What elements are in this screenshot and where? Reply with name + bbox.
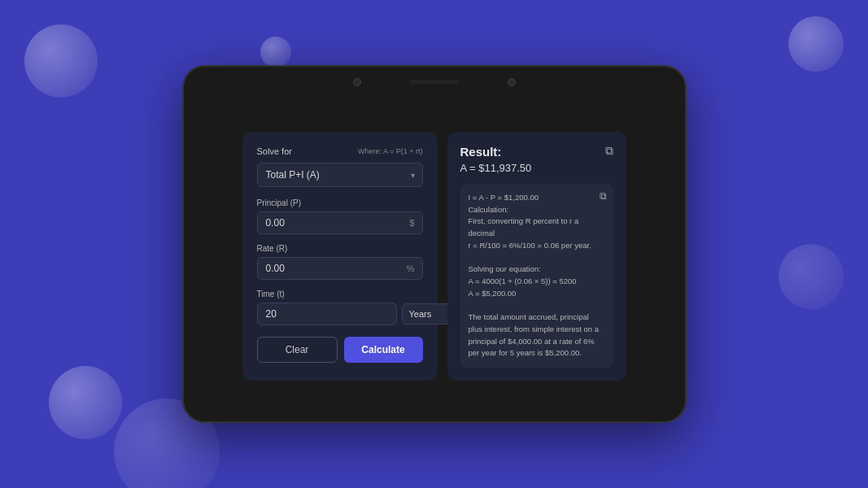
principal-label: Principal (P)	[257, 198, 423, 207]
result-title: Result:	[460, 145, 502, 159]
rate-input[interactable]	[257, 257, 423, 280]
principal-suffix: $	[409, 218, 414, 228]
principal-input-wrapper: $	[257, 211, 423, 234]
bg-bubble-1	[24, 24, 98, 98]
rate-suffix: %	[407, 264, 415, 273]
bg-bubble-4	[49, 366, 122, 439]
copy-detail-icon[interactable]: ⧉	[600, 190, 607, 202]
bg-bubble-2	[260, 37, 291, 68]
result-header: Result: ⧉	[460, 145, 613, 159]
solve-for-label: Solve for	[257, 146, 292, 156]
tablet-top-bar	[184, 78, 685, 86]
time-field-group: Time (t) Years Months Days ▾	[257, 290, 423, 325]
step2b: A = 4000(1 + (0.06 × 5)) = 5200	[469, 277, 577, 285]
microphone	[508, 78, 516, 86]
bg-bubble-6	[779, 244, 844, 309]
tablet-device: Solve for Where: A = P(1 + rt) Total P+I…	[182, 65, 687, 423]
speaker	[410, 80, 459, 85]
step2c: A = $5,200.00	[469, 289, 517, 298]
buttons-row: Clear Calculate	[257, 337, 423, 363]
result-detail-block: ⧉ I = A - P = $1,200.00 Calculation: Fir…	[460, 184, 613, 368]
copy-main-icon[interactable]: ⧉	[605, 145, 613, 156]
solve-for-select[interactable]: Total P+I (A)	[257, 163, 423, 187]
principal-field-group: Principal (P) $	[257, 198, 423, 234]
time-row: Years Months Days ▾	[257, 303, 423, 325]
calculate-button[interactable]: Calculate	[344, 337, 423, 363]
time-input[interactable]	[257, 303, 397, 325]
result-panel: Result: ⧉ A = $11,937.50 ⧉ I = A - P = $…	[447, 132, 626, 381]
conclusion: The total amount accrued, principal plus…	[469, 312, 600, 357]
formula-label: Where: A = P(1 + rt)	[358, 147, 423, 155]
time-label: Time (t)	[257, 290, 423, 298]
principal-input[interactable]	[257, 211, 423, 234]
clear-button[interactable]: Clear	[257, 337, 338, 363]
step1: First, converting R percent to r a decim…	[469, 216, 579, 237]
app-content: Solve for Where: A = P(1 + rt) Total P+I…	[218, 132, 651, 381]
result-main-value: A = $11,937.50	[460, 162, 613, 174]
solve-for-header: Solve for Where: A = P(1 + rt)	[257, 146, 423, 156]
front-camera	[353, 78, 361, 86]
rate-field-group: Rate (R) %	[257, 244, 423, 280]
result-detail-text: I = A - P = $1,200.00 Calculation: First…	[469, 192, 605, 359]
interest-line: I = A - P = $1,200.00	[469, 193, 539, 202]
calc-label: Calculation:	[469, 205, 509, 214]
rate-label: Rate (R)	[257, 244, 423, 253]
step2: Solving our equation:	[469, 264, 541, 273]
calculator-panel: Solve for Where: A = P(1 + rt) Total P+I…	[242, 132, 438, 381]
solve-for-select-wrapper[interactable]: Total P+I (A) ▾	[257, 163, 423, 187]
rate-input-wrapper: %	[257, 257, 423, 280]
step1b: r = R/100 = 6%/100 = 0.06 per year.	[469, 241, 591, 250]
bg-bubble-3	[788, 16, 844, 72]
